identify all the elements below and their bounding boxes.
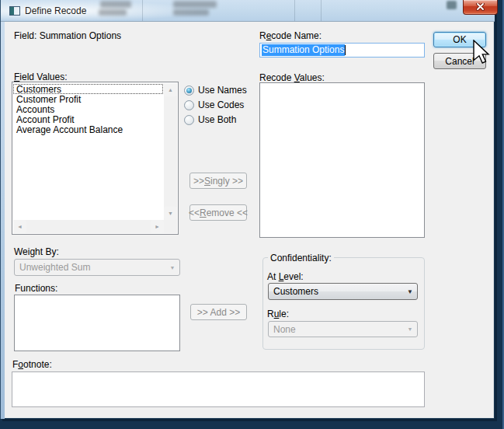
scroll-right-button[interactable]: ► xyxy=(151,220,164,233)
app-icon xyxy=(9,6,20,16)
list-item[interactable]: Account Profit xyxy=(13,114,163,124)
scroll-up-icon: ▲ xyxy=(168,87,173,92)
scroll-up-button[interactable]: ▲ xyxy=(164,83,177,96)
glass-blur-blob xyxy=(173,9,209,16)
field-info-label: Field: Summation Options xyxy=(14,30,121,41)
mouse-cursor xyxy=(473,40,490,64)
recode-name-input[interactable]: Summation Options xyxy=(259,43,425,58)
text-caret xyxy=(345,45,346,55)
glass-blur-blob xyxy=(173,1,217,8)
recode-name-label: Recode Name: xyxy=(259,30,322,41)
remove-button[interactable]: << Remove << xyxy=(189,204,247,221)
recode-values-listbox[interactable] xyxy=(259,82,425,238)
rule-combobox[interactable]: None ▼ xyxy=(268,321,418,337)
list-item[interactable]: Customers xyxy=(13,84,163,94)
functions-listbox[interactable] xyxy=(14,295,180,351)
selected-text: Summation Options xyxy=(262,44,345,56)
window-titlebar[interactable]: Define Recode xyxy=(1,0,495,22)
singly-button[interactable]: >> Singly >> xyxy=(189,173,247,189)
chevron-down-icon: ▼ xyxy=(403,288,417,295)
combo-value: Customers xyxy=(269,286,403,297)
list-item[interactable]: Customer Profit xyxy=(13,94,163,104)
rule-label: Rule: xyxy=(267,309,289,319)
weight-by-label: Weight By: xyxy=(14,246,59,257)
footnote-input[interactable] xyxy=(12,371,425,407)
radio-use-both[interactable]: Use Both xyxy=(184,114,236,125)
vertical-scrollbar[interactable]: ▲ ▼ xyxy=(164,83,177,220)
chevron-down-icon: ▼ xyxy=(165,265,179,270)
list-item[interactable]: Accounts xyxy=(13,104,163,114)
scroll-right-icon: ► xyxy=(155,224,160,229)
combo-value: None xyxy=(269,324,403,335)
scroll-down-button[interactable]: ▼ xyxy=(164,207,177,220)
radio-button-icon xyxy=(184,115,194,125)
field-values-listbox[interactable]: Customers Customer Profit Accounts Accou… xyxy=(12,82,179,235)
functions-label: Functions: xyxy=(15,283,57,294)
field-values-label: Field Values: xyxy=(14,72,68,82)
scrollbar-corner xyxy=(164,220,177,233)
radio-use-codes[interactable]: Use Codes xyxy=(184,99,244,110)
listbox-items: Customers Customer Profit Accounts Accou… xyxy=(13,84,163,134)
recode-values-label: Recode Values: xyxy=(259,72,325,83)
close-icon xyxy=(476,3,485,11)
footnote-label: Footnote: xyxy=(12,359,52,370)
radio-button-icon xyxy=(184,100,194,110)
radio-label: Use Names xyxy=(198,85,247,96)
window-title: Define Recode xyxy=(25,5,86,16)
add-button[interactable]: >> Add >> xyxy=(190,304,247,320)
chevron-down-icon: ▼ xyxy=(403,326,417,332)
backdrop-window: Define Recode Field: Summation Options R… xyxy=(0,0,504,429)
scroll-left-button[interactable]: ◄ xyxy=(13,220,26,233)
radio-button-icon xyxy=(184,85,194,96)
list-item[interactable]: Average Account Balance xyxy=(13,124,163,134)
weight-by-combobox[interactable]: Unweighted Sum ▼ xyxy=(14,259,180,276)
confidentiality-label: Confidentiality: xyxy=(268,253,334,263)
radio-use-names[interactable]: Use Names xyxy=(184,85,247,96)
at-level-combobox[interactable]: Customers ▼ xyxy=(268,283,418,300)
glass-blur-blob xyxy=(100,1,131,8)
glass-blur-line xyxy=(321,0,322,22)
glass-blur-line xyxy=(294,0,295,22)
scroll-left-icon: ◄ xyxy=(17,224,23,229)
horizontal-scrollbar[interactable]: ◄ ► xyxy=(13,220,164,233)
at-level-label: At Level: xyxy=(267,271,304,282)
glass-blur-line xyxy=(142,0,143,22)
glass-blur-blob xyxy=(99,9,127,16)
radio-label: Use Codes xyxy=(198,100,244,110)
scroll-down-icon: ▼ xyxy=(168,211,173,216)
close-button[interactable] xyxy=(463,0,498,15)
combo-value: Unweighted Sum xyxy=(15,262,165,273)
glass-blur-blob xyxy=(447,1,457,9)
radio-label: Use Both xyxy=(198,115,236,125)
define-recode-dialog: Define Recode Field: Summation Options R… xyxy=(0,0,495,419)
